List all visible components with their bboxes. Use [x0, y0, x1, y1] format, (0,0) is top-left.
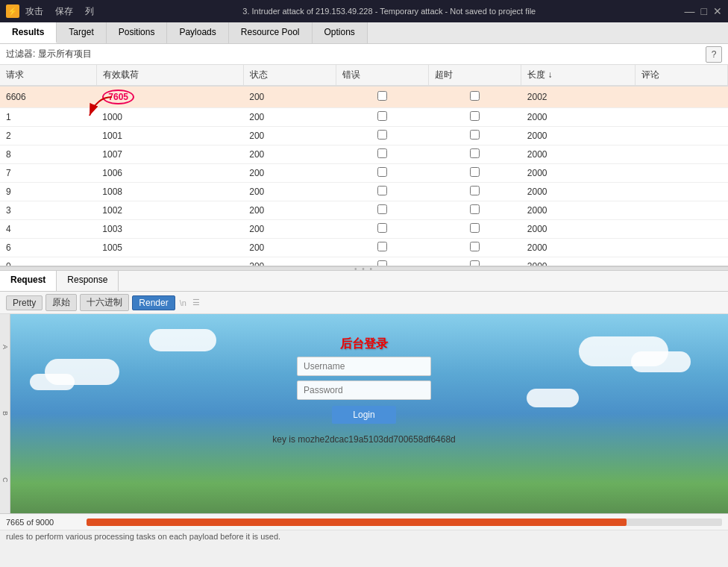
status-cell: 200	[243, 127, 336, 145]
req-resp-tab-bar: Request Response	[0, 271, 728, 292]
error-checkbox[interactable]	[377, 148, 387, 158]
table-row[interactable]: 1 1000 200 2000	[0, 108, 728, 127]
length-cell: 2000	[521, 220, 635, 239]
col-header-error[interactable]: 错误	[336, 65, 428, 86]
error-cell	[336, 183, 428, 201]
main-tab-bar: Results Target Positions Payloads Resour…	[0, 22, 728, 44]
lower-section: Request Response Pretty 原始 十六进制 Render \…	[0, 271, 728, 513]
fmt-menu-icon[interactable]: ☰	[191, 298, 201, 307]
request-id-cell: 7	[0, 164, 96, 183]
col-header-status[interactable]: 状态	[243, 65, 336, 86]
timeout-checkbox[interactable]	[470, 130, 480, 140]
status-cell: 200	[243, 145, 336, 164]
progress-container	[87, 519, 722, 526]
tab-target[interactable]: Target	[57, 22, 106, 43]
error-checkbox[interactable]	[377, 242, 387, 251]
username-field[interactable]	[297, 357, 431, 376]
results-table-container: 请求 有效载荷 状态 错误 超时 长度 ↓ 评论 6606 7605 200 2…	[0, 65, 728, 266]
timeout-cell	[429, 239, 521, 257]
tab-response[interactable]: Response	[57, 271, 119, 291]
close-button[interactable]: ✕	[713, 5, 722, 17]
status-cell: 200	[243, 86, 336, 108]
payload-cell: 1008	[96, 183, 243, 201]
table-row[interactable]: 6606 7605 200 2002	[0, 86, 728, 108]
timeout-checkbox[interactable]	[470, 204, 480, 214]
comment-cell	[635, 239, 727, 257]
format-bar: Pretty 原始 十六进制 Render \n ☰	[0, 292, 728, 314]
request-id-cell: 6	[0, 239, 96, 257]
error-checkbox[interactable]	[377, 111, 387, 121]
comment-cell	[635, 127, 727, 145]
tab-request[interactable]: Request	[0, 271, 57, 291]
table-row[interactable]: 8 1007 200 2000	[0, 145, 728, 164]
timeout-checkbox[interactable]	[470, 260, 480, 266]
timeout-cell	[429, 220, 521, 239]
timeout-checkbox[interactable]	[470, 223, 480, 233]
cloud-2	[631, 351, 691, 372]
status-cell: 200	[243, 201, 336, 220]
menu-list[interactable]: 列	[85, 5, 94, 18]
login-panel: 后台登录 Login key is mozhe2dcac19a5103dd700…	[272, 336, 456, 445]
menu-save[interactable]: 保存	[55, 5, 73, 18]
error-cell	[336, 127, 428, 145]
fmt-pretty[interactable]: Pretty	[6, 295, 43, 310]
table-row[interactable]: 2 1001 200 2000	[0, 127, 728, 145]
tab-payloads[interactable]: Payloads	[167, 22, 228, 43]
length-cell: 2000	[521, 145, 635, 164]
table-row[interactable]: 4 1003 200 2000	[0, 220, 728, 239]
col-header-request[interactable]: 请求	[0, 65, 96, 86]
col-header-comment[interactable]: 评论	[635, 65, 727, 86]
table-row[interactable]: 9 1008 200 2000	[0, 183, 728, 201]
tab-options[interactable]: Options	[313, 22, 368, 43]
comment-cell	[635, 86, 727, 108]
minimize-button[interactable]: —	[685, 5, 695, 17]
table-row[interactable]: 6 1005 200 2000	[0, 239, 728, 257]
login-button[interactable]: Login	[332, 406, 395, 424]
timeout-checkbox[interactable]	[470, 186, 480, 195]
length-cell: 2002	[521, 86, 635, 108]
status-bar: 7665 of 9000	[0, 513, 728, 530]
col-header-timeout[interactable]: 超时	[429, 65, 521, 86]
results-table: 请求 有效载荷 状态 错误 超时 长度 ↓ 评论 6606 7605 200 2…	[0, 65, 728, 266]
tab-positions[interactable]: Positions	[107, 22, 168, 43]
timeout-checkbox[interactable]	[470, 167, 480, 177]
fmt-raw[interactable]: 原始	[46, 294, 77, 311]
error-checkbox[interactable]	[377, 91, 387, 101]
maximize-button[interactable]: □	[701, 5, 707, 17]
length-cell: 2000	[521, 108, 635, 127]
help-button[interactable]: ?	[706, 46, 722, 63]
error-checkbox[interactable]	[377, 167, 387, 177]
error-checkbox[interactable]	[377, 130, 387, 140]
table-row[interactable]: 7 1006 200 2000	[0, 164, 728, 183]
request-id-cell: 6606	[0, 86, 96, 108]
progress-bar	[87, 519, 627, 526]
error-checkbox[interactable]	[377, 186, 387, 195]
timeout-checkbox[interactable]	[470, 242, 480, 251]
request-id-cell: 8	[0, 145, 96, 164]
col-header-length[interactable]: 长度 ↓	[521, 65, 635, 86]
tab-resource-pool[interactable]: Resource Pool	[229, 22, 313, 43]
table-row[interactable]: 3 1002 200 2000	[0, 201, 728, 220]
fmt-hex[interactable]: 十六进制	[80, 294, 129, 311]
error-checkbox[interactable]	[377, 260, 387, 266]
request-id-cell: 9	[0, 183, 96, 201]
timeout-cell	[429, 145, 521, 164]
comment-cell	[635, 220, 727, 239]
menu-attack[interactable]: 攻击	[25, 5, 43, 18]
timeout-checkbox[interactable]	[470, 111, 480, 121]
error-checkbox[interactable]	[377, 204, 387, 214]
payload-cell: 1002	[96, 201, 243, 220]
timeout-checkbox[interactable]	[470, 91, 480, 101]
col-header-payload[interactable]: 有效载荷	[96, 65, 243, 86]
window-controls[interactable]: — □ ✕	[685, 5, 722, 17]
password-field[interactable]	[297, 380, 431, 400]
tab-results[interactable]: Results	[0, 22, 57, 43]
fmt-render[interactable]: Render	[132, 295, 175, 310]
error-checkbox[interactable]	[377, 223, 387, 233]
comment-cell	[635, 183, 727, 201]
length-cell: 2000	[521, 257, 635, 267]
payload-cell: 1000	[96, 108, 243, 127]
payload-cell: 1006	[96, 164, 243, 183]
timeout-checkbox[interactable]	[470, 148, 480, 158]
fmt-newline[interactable]: \n	[178, 298, 188, 307]
